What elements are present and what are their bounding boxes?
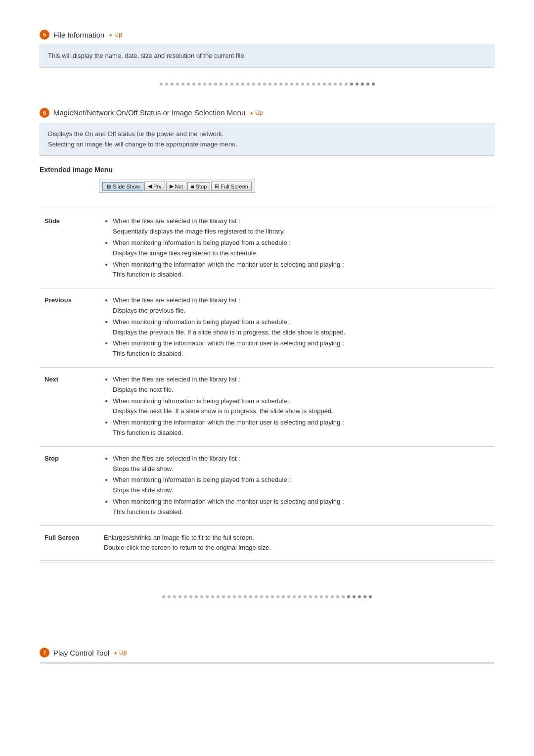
dot xyxy=(225,83,228,86)
dot xyxy=(298,595,301,598)
feature-table: Slide When the files are selected in the… xyxy=(40,209,494,561)
dot xyxy=(162,595,165,598)
list-item: When monitoring information is being pla… xyxy=(113,317,490,338)
dot xyxy=(203,83,206,86)
table-row: Previous When the files are selected in … xyxy=(40,288,494,368)
dot xyxy=(230,83,233,86)
magicnet-info-box: Displays the On and Off status for the p… xyxy=(40,123,494,156)
dot xyxy=(323,83,326,86)
magicnet-info-line2: Selecting an image file will change to t… xyxy=(48,140,486,150)
list-item: When the files are selected in the libra… xyxy=(113,216,490,237)
fullscreen-label: Full Screen xyxy=(221,184,248,189)
dot xyxy=(309,595,312,598)
toolbar-prv-btn[interactable]: ◀ Prv xyxy=(144,182,165,191)
dot xyxy=(198,83,201,86)
dot xyxy=(200,595,203,598)
dot xyxy=(238,595,241,598)
feature-label-fullscreen: Full Screen xyxy=(40,525,99,561)
list-item: When monitoring information is being pla… xyxy=(113,396,490,417)
dot xyxy=(260,595,263,598)
list-item: When monitoring information is being pla… xyxy=(113,238,490,259)
dot xyxy=(287,595,290,598)
prv-icon: ◀ xyxy=(148,183,152,189)
feature-desc-next: When the files are selected in the libra… xyxy=(99,367,494,446)
dot xyxy=(222,595,225,598)
dot xyxy=(165,83,168,86)
section6-title: MagicNet/Network On/Off Status or Image … xyxy=(53,108,245,117)
section7-up-link[interactable]: Up xyxy=(113,649,127,656)
dot xyxy=(312,83,315,86)
extended-image-menu-title: Extended Image Menu xyxy=(40,166,494,174)
dot xyxy=(211,595,214,598)
dot xyxy=(293,595,296,598)
section5-up-link[interactable]: Up xyxy=(108,31,122,38)
list-item: When monitoring the information which th… xyxy=(113,497,490,518)
dot xyxy=(356,83,358,86)
list-item: When monitoring the information which th… xyxy=(113,338,490,359)
fullscreen-icon: ⊞ xyxy=(215,183,219,189)
dot xyxy=(347,595,350,598)
dot xyxy=(241,83,244,86)
dot xyxy=(206,595,209,598)
section7-title: Play Control Tool xyxy=(53,649,109,657)
toolbar-nxt-btn[interactable]: ▶ Nxt xyxy=(166,182,187,191)
stop-label: Stop xyxy=(196,184,207,189)
list-item: When monitoring information is being pla… xyxy=(113,475,490,496)
dot xyxy=(285,83,288,86)
list-item: When monitoring the information which th… xyxy=(113,418,490,438)
table-row: Next When the files are selected in the … xyxy=(40,367,494,446)
dot xyxy=(279,83,282,86)
slideshow-label: Slide Show xyxy=(113,184,140,189)
feature-desc-slide: When the files are selected in the libra… xyxy=(99,209,494,288)
dot xyxy=(244,595,247,598)
dot xyxy=(160,83,163,86)
dot xyxy=(195,595,198,598)
section7-number: 7 xyxy=(40,648,49,658)
section-separator xyxy=(40,563,494,563)
dot xyxy=(274,83,277,86)
dot xyxy=(181,83,184,86)
dot xyxy=(317,83,320,86)
dot xyxy=(342,595,345,598)
section6-up-link[interactable]: Up xyxy=(249,109,263,116)
dot xyxy=(189,595,192,598)
nxt-icon: ▶ xyxy=(170,183,174,189)
dot xyxy=(173,595,176,598)
dot xyxy=(176,83,179,86)
dot xyxy=(227,595,230,598)
toolbar-fullscreen-btn[interactable]: ⊞ Full Screen xyxy=(211,182,252,191)
list-item: When the files are selected in the libra… xyxy=(113,454,490,474)
prv-label: Prv xyxy=(153,184,162,189)
table-row: Stop When the files are selected in the … xyxy=(40,446,494,525)
dot xyxy=(336,595,339,598)
dot xyxy=(369,595,372,598)
list-item: When monitoring the information which th… xyxy=(113,260,490,281)
dot xyxy=(301,83,304,86)
table-row: Full Screen Enlarges/shrinks an image fi… xyxy=(40,525,494,561)
bottom-border xyxy=(40,662,494,663)
feature-label-stop: Stop xyxy=(40,446,99,525)
dot xyxy=(328,83,331,86)
dot xyxy=(372,83,375,86)
file-info-box: This will display the name, date, size a… xyxy=(40,45,494,68)
dot xyxy=(192,83,195,86)
feature-desc-stop: When the files are selected in the libra… xyxy=(99,446,494,525)
feature-label-slide: Slide xyxy=(40,209,99,288)
dot xyxy=(345,83,348,86)
dot xyxy=(331,595,334,598)
toolbar-stop-btn[interactable]: ■ Stop xyxy=(187,182,210,191)
dot xyxy=(184,595,187,598)
dot xyxy=(325,595,328,598)
toolbar-slideshow-btn[interactable]: 🖥 Slide Show xyxy=(102,182,143,191)
dot xyxy=(358,595,361,598)
dot xyxy=(214,83,217,86)
dot xyxy=(276,595,279,598)
section7-header: 7 Play Control Tool Up xyxy=(40,648,494,658)
dot xyxy=(266,595,268,598)
dot xyxy=(171,83,174,86)
dot xyxy=(353,595,356,598)
dot xyxy=(263,83,266,86)
extended-image-toolbar: 🖥 Slide Show ◀ Prv ▶ Nxt ■ Stop ⊞ Full S… xyxy=(99,180,255,193)
dot xyxy=(304,595,307,598)
nxt-label: Nxt xyxy=(175,184,183,189)
